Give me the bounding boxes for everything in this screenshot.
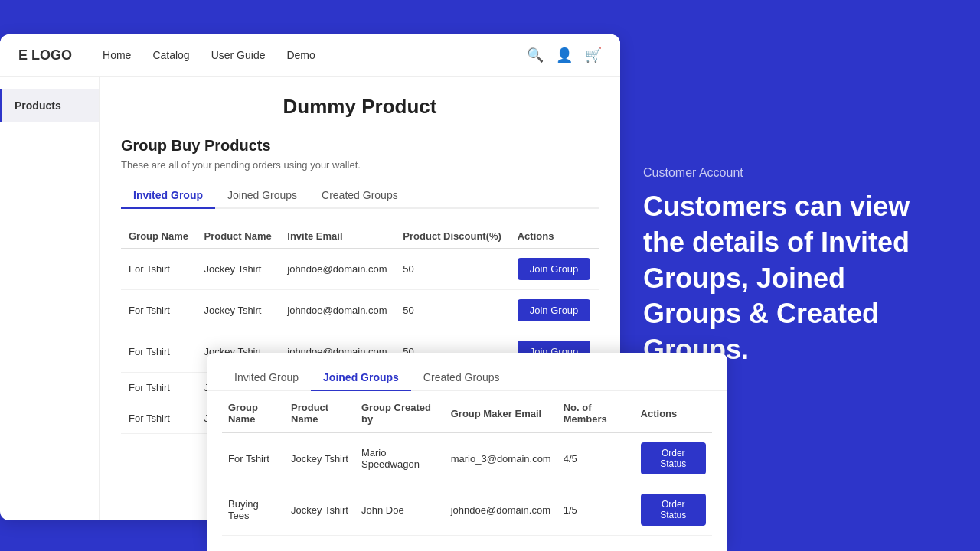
- nav-home[interactable]: Home: [103, 49, 131, 61]
- overlay-cell-product-name: Jockey Tshirt: [285, 484, 355, 536]
- page-title: Dummy Product: [121, 95, 599, 119]
- joined-groups-table: Group Name Product Name Group Created by…: [222, 394, 712, 536]
- overlay-col-group-name: Group Name: [222, 394, 285, 433]
- nav-icons: 🔍 👤 🛒: [527, 47, 602, 64]
- cell-invite-email: johndoe@domain.com: [279, 249, 395, 290]
- col-discount: Product Discount(%): [395, 224, 509, 249]
- order-status-button-0[interactable]: Order Status: [641, 442, 706, 474]
- overlay-col-actions: Actions: [635, 394, 712, 433]
- logo: E LOGO: [18, 47, 72, 64]
- nav-links: Home Catalog User Guide Demo: [103, 49, 527, 61]
- overlay-tabs: Invited Group Joined Groups Created Grou…: [207, 353, 727, 391]
- overlay-tab-invited-group[interactable]: Invited Group: [222, 365, 311, 391]
- overlay-cell-members: 4/5: [557, 433, 635, 484]
- sidebar-item-products[interactable]: Products: [0, 89, 99, 122]
- cart-icon[interactable]: 🛒: [585, 47, 602, 64]
- navbar: E LOGO Home Catalog User Guide Demo 🔍 👤 …: [0, 34, 620, 77]
- overlay-cell-created-by: Mario Speedwagon: [355, 433, 445, 484]
- right-panel-subtitle: Customer Account: [643, 166, 934, 180]
- overlay-col-maker-email: Group Maker Email: [445, 394, 557, 433]
- sidebar: Products: [0, 77, 100, 520]
- join-group-button-1[interactable]: Join Group: [518, 299, 591, 321]
- section-desc: These are all of your pending orders usi…: [121, 159, 599, 171]
- order-status-button-1[interactable]: Order Status: [641, 494, 706, 526]
- tab-joined-groups[interactable]: Joined Groups: [215, 183, 309, 209]
- cell-invite-email: johndoe@domain.com: [279, 290, 395, 331]
- tabs: Invited Group Joined Groups Created Grou…: [121, 183, 599, 209]
- overlay-content: Group Name Product Name Group Created by…: [207, 394, 727, 551]
- col-group-name: Group Name: [121, 224, 197, 249]
- cell-group-name: For Tshirt: [121, 290, 197, 331]
- overlay-col-group-created: Group Created by: [355, 394, 445, 433]
- cell-product-name: Jockey Tshirt: [197, 290, 280, 331]
- cell-discount: 50: [395, 249, 509, 290]
- overlay-tab-created-groups[interactable]: Created Groups: [411, 365, 512, 391]
- col-invite-email: Invite Email: [279, 224, 395, 249]
- overlay-cell-maker-email: mario_3@domain.com: [445, 433, 557, 484]
- overlay-card: Invited Group Joined Groups Created Grou…: [207, 353, 727, 551]
- join-group-button-0[interactable]: Join Group: [518, 258, 591, 280]
- user-icon[interactable]: 👤: [556, 47, 573, 64]
- section-title: Group Buy Products: [121, 137, 599, 155]
- nav-demo[interactable]: Demo: [286, 49, 315, 61]
- tab-created-groups[interactable]: Created Groups: [309, 183, 410, 209]
- search-icon[interactable]: 🔍: [527, 47, 544, 64]
- overlay-col-product-name: Product Name: [285, 394, 355, 433]
- cell-group-name: For Tshirt: [121, 373, 197, 403]
- overlay-cell-created-by: John Doe: [355, 484, 445, 536]
- overlay-cell-maker-email: johndoe@domain.com: [445, 484, 557, 536]
- nav-catalog[interactable]: Catalog: [152, 49, 189, 61]
- cell-discount: 50: [395, 290, 509, 331]
- overlay-cell-group-name: Buying Tees: [222, 484, 285, 536]
- cell-product-name: Jockey Tshirt: [197, 249, 280, 290]
- cell-group-name: For Tshirt: [121, 331, 197, 373]
- overlay-tab-joined-groups[interactable]: Joined Groups: [311, 365, 411, 391]
- overlay-cell-members: 1/5: [557, 484, 635, 536]
- cell-group-name: For Tshirt: [121, 249, 197, 290]
- right-panel-main-text: Customers can view the details of Invite…: [643, 189, 934, 368]
- overlay-table-row: For Tshirt Jockey Tshirt Mario Speedwago…: [222, 433, 712, 484]
- cell-group-name: For Tshirt: [121, 403, 197, 434]
- overlay-cell-group-name: For Tshirt: [222, 433, 285, 484]
- table-row: For Tshirt Jockey Tshirt johndoe@domain.…: [121, 290, 599, 331]
- overlay-cell-product-name: Jockey Tshirt: [285, 433, 355, 484]
- table-row: For Tshirt Jockey Tshirt johndoe@domain.…: [121, 249, 599, 290]
- overlay-col-members: No. of Members: [557, 394, 635, 433]
- nav-user-guide[interactable]: User Guide: [211, 49, 266, 61]
- col-product-name: Product Name: [197, 224, 280, 249]
- col-actions: Actions: [510, 224, 599, 249]
- overlay-table-row: Buying Tees Jockey Tshirt John Doe johnd…: [222, 484, 712, 536]
- tab-invited-group[interactable]: Invited Group: [121, 183, 215, 209]
